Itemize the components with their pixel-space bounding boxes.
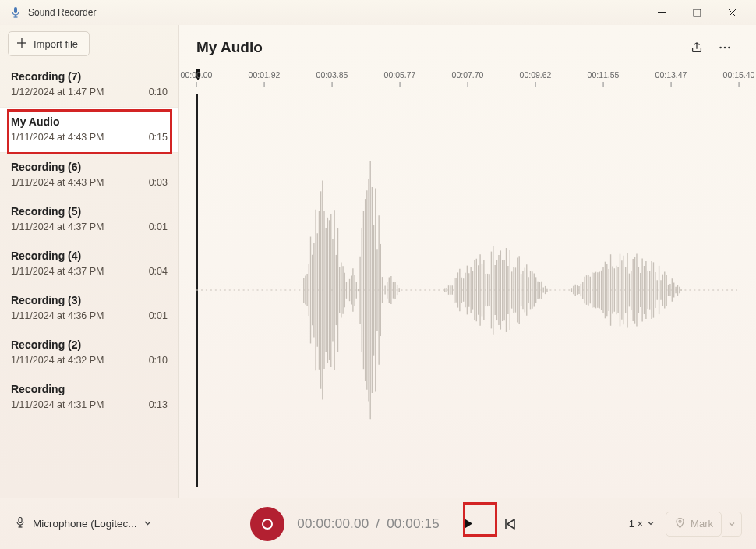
main-header: My Audio xyxy=(179,25,756,70)
ruler-tick: 00:07.70 xyxy=(452,70,484,87)
recordings-sidebar: Import file Recording (7) 1/12/2024 at 1… xyxy=(0,25,179,498)
window-close-button[interactable] xyxy=(715,0,750,25)
recording-item[interactable]: Recording 1/11/2024 at 4:31 PM0:13 xyxy=(0,375,178,420)
recording-item[interactable]: Recording (3) 1/11/2024 at 4:36 PM0:01 xyxy=(0,286,178,331)
recordings-list: Recording (7) 1/12/2024 at 1:47 PM0:10My… xyxy=(0,62,178,498)
skip-back-button[interactable] xyxy=(496,510,524,538)
recording-item-date: 1/11/2024 at 4:36 PM xyxy=(11,310,104,321)
recording-item-title: Recording (7) xyxy=(11,70,168,83)
mark-label: Mark xyxy=(691,518,713,530)
speed-label: 1 × xyxy=(629,518,643,530)
recording-item-duration: 0:15 xyxy=(149,132,168,143)
microphone-icon xyxy=(14,516,26,531)
recording-item[interactable]: My Audio 1/11/2024 at 4:43 PM0:15 xyxy=(0,107,178,153)
mic-label: Microphone (Logitec... xyxy=(33,518,137,530)
recording-item-date: 1/11/2024 at 4:37 PM xyxy=(11,221,104,232)
record-icon xyxy=(262,519,273,530)
chevron-down-icon xyxy=(143,518,152,530)
chevron-down-icon xyxy=(647,518,655,530)
share-button[interactable] xyxy=(683,34,711,62)
ruler-tick: 00:05.77 xyxy=(384,70,416,87)
recording-item-title: Recording (6) xyxy=(11,161,168,173)
ruler-tick: 00:03.85 xyxy=(316,70,348,87)
recording-item-duration: 0:13 xyxy=(149,399,168,410)
recording-item-title: Recording (4) xyxy=(11,250,168,262)
recording-item-duration: 0:01 xyxy=(149,310,168,321)
recording-item-title: Recording (3) xyxy=(11,294,168,306)
time-display: 00:00:00.00 / 00:00:15 xyxy=(297,516,440,532)
recording-item-date: 1/11/2024 at 4:43 PM xyxy=(11,132,104,143)
recording-item-duration: 0:10 xyxy=(149,87,168,97)
svg-point-10 xyxy=(724,47,726,49)
import-label: Import file xyxy=(34,38,78,50)
recording-item[interactable]: Recording (7) 1/12/2024 at 1:47 PM0:10 xyxy=(0,62,178,107)
recording-item[interactable]: Recording (2) 1/11/2024 at 4:32 PM0:10 xyxy=(0,331,178,375)
titlebar: Sound Recorder xyxy=(0,0,756,25)
main-panel: My Audio 00:00.0000:01.9200:03.8500:05.7… xyxy=(179,25,756,498)
app-title: Sound Recorder xyxy=(28,7,96,18)
recording-item[interactable]: Recording (5) 1/11/2024 at 4:37 PM0:01 xyxy=(0,197,178,242)
waveform-area[interactable] xyxy=(196,94,739,487)
ruler-tick: 00:01.92 xyxy=(249,70,281,87)
timeline-ruler[interactable]: 00:00.0000:01.9200:03.8500:05.7700:07.70… xyxy=(196,70,739,94)
player-toolbar: Microphone (Logitec... 00:00:00.00 / 00:… xyxy=(0,498,756,549)
recording-title: My Audio xyxy=(196,39,263,56)
mic-selector[interactable]: Microphone (Logitec... xyxy=(14,516,152,531)
recording-item-title: Recording xyxy=(11,383,168,395)
more-button[interactable] xyxy=(711,34,739,62)
window-minimize-button[interactable] xyxy=(645,0,680,25)
recording-item-duration: 0:04 xyxy=(149,266,168,277)
ruler-tick: 00:11.55 xyxy=(588,70,620,87)
recording-item-date: 1/11/2024 at 4:43 PM xyxy=(11,177,104,188)
recording-item-duration: 0:01 xyxy=(149,221,168,232)
recording-item-duration: 0:10 xyxy=(149,355,168,366)
recording-item[interactable]: Recording (4) 1/11/2024 at 4:37 PM0:04 xyxy=(0,242,178,286)
svg-rect-4 xyxy=(694,9,701,16)
ruler-tick: 00:13.47 xyxy=(655,70,687,87)
recording-item[interactable]: Recording (6) 1/11/2024 at 4:43 PM0:03 xyxy=(0,153,178,197)
recording-item-title: Recording (5) xyxy=(11,205,168,218)
recording-item-duration: 0:03 xyxy=(149,177,168,188)
recording-item-date: 1/11/2024 at 4:32 PM xyxy=(11,355,104,366)
location-pin-icon xyxy=(674,517,686,531)
recording-item-date: 1/12/2024 at 1:47 PM xyxy=(11,87,104,97)
svg-point-194 xyxy=(679,520,681,522)
recording-item-title: My Audio xyxy=(11,115,168,128)
svg-rect-0 xyxy=(14,7,17,13)
window-maximize-button[interactable] xyxy=(680,0,715,25)
plus-icon xyxy=(16,37,27,51)
app-icon xyxy=(9,6,22,19)
svg-point-9 xyxy=(719,47,722,49)
mark-button[interactable]: Mark xyxy=(666,512,722,537)
record-button[interactable] xyxy=(250,507,284,541)
svg-point-11 xyxy=(728,47,730,49)
elapsed-time: 00:00:00.00 xyxy=(297,516,369,531)
play-button[interactable] xyxy=(452,508,483,540)
total-time: 00:00:15 xyxy=(387,516,440,531)
svg-rect-190 xyxy=(19,518,22,523)
ruler-tick: 00:15.40 xyxy=(723,70,755,87)
import-file-button[interactable]: Import file xyxy=(8,31,90,56)
recording-item-date: 1/11/2024 at 4:31 PM xyxy=(11,399,104,410)
time-separator: / xyxy=(376,516,380,531)
ruler-tick: 00:00.00 xyxy=(181,70,213,87)
mark-dropdown-button[interactable] xyxy=(722,512,742,537)
playback-speed-button[interactable]: 1 × xyxy=(623,513,661,534)
ruler-tick: 00:09.62 xyxy=(520,70,552,87)
recording-item-date: 1/11/2024 at 4:37 PM xyxy=(11,266,104,277)
recording-item-title: Recording (2) xyxy=(11,338,168,351)
